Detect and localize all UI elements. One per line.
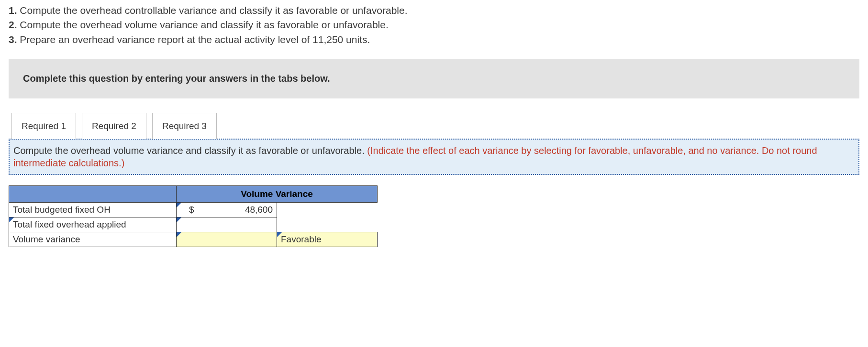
table-row: Volume variance Favorable [9,232,378,247]
tab-label: Required 3 [162,121,207,131]
panel-instruction: Compute the overhead volume variance and… [13,145,367,156]
row-amount: 48,600 [245,205,273,215]
volume-variance-table: Volume Variance Total budgeted fixed OH … [9,185,378,247]
row-amount-cell[interactable] [177,232,277,247]
question-text: Compute the overhead volume variance and… [20,19,388,30]
tab-required-3[interactable]: Required 3 [152,113,217,139]
question-number: 2. [9,19,17,30]
tabs-row: Required 1 Required 2 Required 3 [11,113,859,139]
question-list: 1. Compute the overhead controllable var… [9,4,859,46]
question-text: Compute the overhead controllable varian… [20,5,407,16]
tab-required-2[interactable]: Required 2 [82,113,146,139]
instruction-banner: Complete this question by entering your … [9,59,859,98]
table-row: Total budgeted fixed OH $ 48,600 [9,203,378,217]
row-label-cell[interactable]: Total fixed overhead applied [9,217,177,232]
table-header: Volume Variance [177,186,378,203]
row-amount-cell[interactable] [177,217,277,232]
tab-label: Required 1 [22,121,66,131]
dropdown-indicator-icon [277,232,282,237]
question-number: 3. [9,34,17,45]
table-header-blank [9,186,177,203]
question-item: 1. Compute the overhead controllable var… [9,4,859,17]
dropdown-indicator-icon [177,203,181,207]
row-label: Total budgeted fixed OH [13,205,111,215]
dropdown-indicator-icon [177,217,181,222]
question-item: 2. Compute the overhead volume variance … [9,18,859,32]
question-number: 1. [9,5,17,16]
row-label-cell[interactable]: Volume variance [9,232,177,247]
tab-label: Required 2 [92,121,136,131]
question-item: 3. Prepare an overhead variance report a… [9,33,859,46]
row-label: Volume variance [13,234,80,244]
table-row: Total fixed overhead applied [9,217,378,232]
row-classify-cell[interactable]: Favorable [277,232,378,247]
row-label: Total fixed overhead applied [13,219,126,229]
currency-symbol: $ [189,205,194,215]
dropdown-indicator-icon [9,217,14,222]
dropdown-indicator-icon [177,232,181,237]
row-label-cell[interactable]: Total budgeted fixed OH [9,203,177,217]
tab-panel-required-2: Compute the overhead volume variance and… [9,139,859,175]
tab-required-1[interactable]: Required 1 [11,113,76,139]
question-text: Prepare an overhead variance report at t… [20,34,370,45]
row-amount-cell[interactable]: $ 48,600 [177,203,277,217]
row-classify: Favorable [281,234,322,244]
